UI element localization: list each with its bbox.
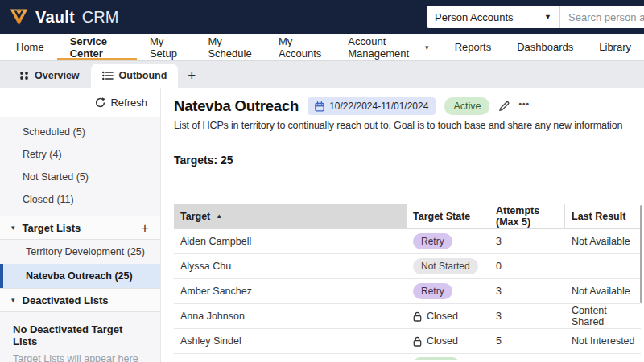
nav-item-reports[interactable]: Reports bbox=[442, 34, 505, 60]
brand: VaultCRM bbox=[8, 7, 118, 27]
lock-icon bbox=[413, 311, 422, 322]
last-result-value: Not Available bbox=[565, 286, 641, 297]
nav-item-my-setup[interactable]: My Setup bbox=[137, 34, 196, 60]
tab-outbound[interactable]: Outbound bbox=[91, 64, 179, 88]
chevron-down-icon: ▾ bbox=[425, 43, 429, 51]
refresh-button[interactable]: Refresh bbox=[95, 97, 147, 109]
attempts-value: 5 bbox=[489, 335, 565, 347]
nav-item-dashboards[interactable]: Dashboards bbox=[504, 34, 586, 60]
refresh-icon bbox=[95, 97, 105, 108]
sidebar-item-not-started[interactable]: Not Started (5) bbox=[0, 166, 160, 188]
attempts-value: 3 bbox=[489, 311, 565, 322]
last-result-value: Not Interested bbox=[565, 335, 641, 347]
target-name: Anna Johnson bbox=[174, 311, 407, 322]
scrollbar[interactable] bbox=[640, 205, 642, 303]
empty-state-body: Target Lists will appear here once deact… bbox=[13, 352, 147, 362]
target-state-text: Closed bbox=[427, 335, 458, 347]
sidebar-item-closed[interactable]: Closed (11) bbox=[0, 188, 160, 211]
main-nav: Home Service Center My Setup My Schedule… bbox=[0, 34, 644, 61]
search-input[interactable] bbox=[560, 6, 644, 28]
deactivated-empty-state: No Deactivated Target Lists Target Lists… bbox=[0, 312, 160, 362]
table-row[interactable]: Ashley Sindel Closed 5 Not Interested bbox=[174, 329, 641, 354]
tab-strip: Overview Outbound + bbox=[0, 61, 644, 88]
status-pill: Not Started bbox=[413, 258, 478, 274]
empty-state-title: No Deactivated Target Lists bbox=[13, 323, 147, 348]
date-range-badge[interactable]: 10/22/2024-11/01/2024 bbox=[308, 97, 436, 115]
date-range-text: 10/22/2024-11/01/2024 bbox=[329, 101, 428, 112]
sidebar: Refresh Scheduled (5) Retry (4) Not Star… bbox=[0, 88, 161, 362]
object-selector-dropdown[interactable]: Person Accounts ▼ bbox=[427, 6, 560, 28]
brand-vault: Vault bbox=[35, 8, 75, 27]
status-pill bbox=[413, 357, 460, 360]
grid-dots-icon bbox=[19, 71, 29, 80]
nav-item-account-management[interactable]: Account Management ▾ bbox=[335, 34, 441, 60]
nav-item-home[interactable]: Home bbox=[3, 34, 57, 60]
lock-icon bbox=[413, 336, 422, 347]
table-row[interactable]: Alyssa Chu Not Started 0 bbox=[174, 254, 641, 279]
table-row[interactable]: Aiden Campbell Retry 3 Not Available bbox=[174, 229, 641, 254]
list-description: List of HCPs in territory to continually… bbox=[174, 120, 641, 131]
nav-item-service-center[interactable]: Service Center bbox=[57, 34, 137, 60]
nav-item-my-accounts[interactable]: My Accounts bbox=[266, 34, 335, 60]
target-name: Alyssa Chu bbox=[174, 261, 407, 272]
object-selector-value: Person Accounts bbox=[435, 11, 539, 23]
title-row: Natevba Outreach 10/22/2024-11/01/2024 A… bbox=[174, 96, 641, 117]
main-panel: Natevba Outreach 10/22/2024-11/01/2024 A… bbox=[161, 88, 644, 362]
sidebar-item-retry[interactable]: Retry (4) bbox=[0, 143, 160, 166]
calendar-icon bbox=[315, 101, 324, 112]
targets-table: Target ▲ Target State Attempts (Max 5) L… bbox=[174, 204, 641, 360]
last-result-value: Content Shared bbox=[565, 305, 641, 327]
section-header-target-lists[interactable]: ▾ Target Lists + bbox=[0, 216, 160, 240]
table-row[interactable]: Amber Sanchez Retry 3 Not Available bbox=[174, 279, 641, 304]
collapse-triangle-icon: ▾ bbox=[11, 296, 15, 304]
topbar: VaultCRM Person Accounts ▼ bbox=[0, 0, 644, 34]
attempts-value: 3 bbox=[489, 236, 565, 247]
sort-ascending-icon: ▲ bbox=[216, 212, 222, 220]
global-search: Person Accounts ▼ bbox=[427, 6, 644, 28]
sidebar-item-natevba-outreach[interactable]: Natevba Outreach (25) bbox=[0, 264, 160, 288]
target-name: Ashley Sindel bbox=[174, 335, 407, 347]
nav-item-my-schedule[interactable]: My Schedule bbox=[195, 34, 265, 60]
status-pill: Retry bbox=[413, 283, 452, 299]
column-header-target-state[interactable]: Target State bbox=[407, 204, 489, 228]
table-row[interactable]: Anna Johnson Closed 3 Content Shared bbox=[174, 304, 641, 329]
table-row-partial[interactable] bbox=[174, 354, 641, 360]
list-icon bbox=[102, 71, 114, 80]
veeva-v-logo-icon bbox=[8, 7, 30, 27]
column-header-target[interactable]: Target ▲ bbox=[174, 204, 407, 228]
page-title: Natevba Outreach bbox=[174, 97, 299, 115]
status-filter-list: Scheduled (5) Retry (4) Not Started (5) … bbox=[0, 117, 160, 216]
more-actions-button[interactable]: ••• bbox=[518, 103, 530, 109]
pencil-icon bbox=[498, 101, 510, 112]
status-pill: Retry bbox=[413, 233, 452, 249]
brand-crm: CRM bbox=[82, 8, 119, 27]
column-header-last-result[interactable]: Last Result bbox=[565, 204, 641, 228]
table-header: Target ▲ Target State Attempts (Max 5) L… bbox=[174, 204, 641, 229]
edit-button[interactable] bbox=[498, 101, 510, 112]
plus-icon: + bbox=[188, 68, 196, 84]
dropdown-caret-icon: ▼ bbox=[544, 13, 551, 21]
target-name: Aiden Campbell bbox=[174, 236, 407, 247]
add-target-list-button[interactable]: + bbox=[141, 221, 149, 235]
sidebar-item-scheduled[interactable]: Scheduled (5) bbox=[0, 121, 160, 143]
add-tab-button[interactable]: + bbox=[178, 64, 205, 88]
sidebar-item-territory-development[interactable]: Territory Development (25) bbox=[0, 240, 160, 264]
section-header-deactivated-lists[interactable]: ▾ Deactivated Lists bbox=[0, 288, 160, 312]
nav-item-library[interactable]: Library bbox=[586, 34, 644, 60]
attempts-value: 0 bbox=[489, 261, 565, 272]
attempts-value: 3 bbox=[489, 286, 565, 297]
tab-overview[interactable]: Overview bbox=[8, 64, 91, 88]
target-state-text: Closed bbox=[427, 311, 458, 322]
refresh-row: Refresh bbox=[0, 88, 160, 117]
last-result-value: Not Available bbox=[565, 236, 641, 247]
ellipsis-icon: ••• bbox=[518, 100, 530, 109]
status-badge: Active bbox=[444, 97, 489, 115]
collapse-triangle-icon: ▾ bbox=[11, 224, 15, 232]
target-name: Amber Sanchez bbox=[174, 286, 407, 297]
targets-count: Targets: 25 bbox=[174, 154, 641, 167]
column-header-attempts[interactable]: Attempts (Max 5) bbox=[489, 204, 565, 228]
